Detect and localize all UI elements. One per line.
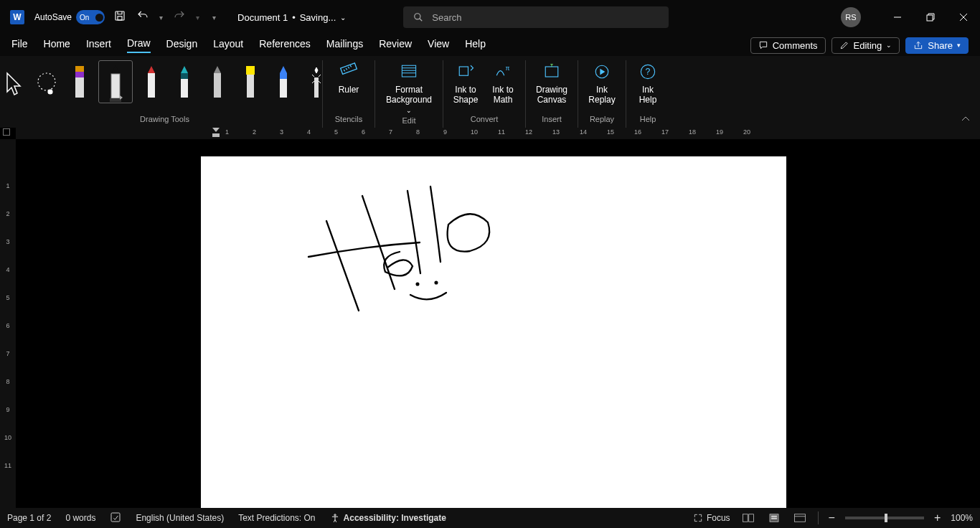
save-icon[interactable] — [113, 9, 126, 25]
tab-layout[interactable]: Layout — [213, 38, 243, 52]
pen-red[interactable] — [137, 60, 166, 100]
accessibility-status[interactable]: Accessibility: Investigate — [330, 513, 446, 523]
svg-rect-42 — [743, 514, 748, 522]
comments-button[interactable]: Comments — [750, 37, 826, 54]
ruler-tick: 6 — [362, 128, 365, 136]
svg-rect-7 — [75, 72, 84, 77]
collapse-ribbon-icon[interactable] — [960, 113, 971, 128]
tab-insert[interactable]: Insert — [86, 38, 111, 52]
ink-replay-button[interactable]: InkReplay — [584, 60, 620, 106]
close-button[interactable] — [947, 0, 980, 34]
vruler-tick: 7 — [0, 350, 16, 357]
ink-canvas[interactable] — [201, 156, 786, 508]
language-indicator[interactable]: English (United States) — [136, 513, 224, 523]
search-input[interactable]: Search — [403, 6, 669, 28]
text-predictions[interactable]: Text Predictions: On — [238, 513, 315, 523]
zoom-level[interactable]: 100% — [951, 513, 973, 523]
tab-selector[interactable] — [3, 128, 10, 136]
horizontal-ruler[interactable]: 1234567891011121314151617181920 — [0, 128, 980, 139]
group-stencils-label: Stencils — [335, 115, 363, 128]
ink-help-button[interactable]: ? InkHelp — [632, 60, 664, 106]
share-button[interactable]: Share ▾ — [905, 37, 969, 54]
user-avatar[interactable]: RS — [841, 7, 861, 27]
pencil-grey[interactable] — [203, 60, 232, 100]
qat-customize[interactable]: ▾ — [212, 14, 216, 22]
undo-icon[interactable] — [136, 9, 149, 25]
document-name[interactable]: Document 1 — [237, 12, 288, 23]
tab-mailings[interactable]: Mailings — [326, 38, 363, 52]
l1: Ink to — [492, 85, 513, 95]
tab-home[interactable]: Home — [44, 38, 70, 52]
lasso-tool[interactable] — [32, 60, 61, 100]
l2: Background — [386, 95, 432, 105]
word-count[interactable]: 0 words — [65, 513, 95, 523]
highlighter-yellow[interactable] — [236, 60, 265, 100]
autosave-toggle[interactable]: On — [76, 10, 105, 24]
ink-to-math-button[interactable]: π Ink toMath — [486, 60, 519, 106]
comment-icon — [758, 40, 768, 50]
autosave-state: On — [80, 14, 89, 22]
tab-view[interactable]: View — [428, 38, 449, 52]
status-bar: Page 1 of 2 0 words English (United Stat… — [0, 508, 980, 528]
pen-rainbow[interactable] — [269, 60, 298, 100]
print-layout-icon[interactable] — [766, 512, 782, 524]
minimize-button[interactable] — [881, 0, 914, 34]
docname-dropdown[interactable]: ⌄ — [340, 14, 346, 22]
web-layout-icon[interactable] — [792, 512, 808, 524]
tab-help[interactable]: Help — [465, 38, 486, 52]
ruler-button[interactable]: Ruler — [329, 60, 369, 96]
redo-dropdown[interactable]: ▾ — [196, 14, 199, 22]
spelling-icon[interactable] — [110, 512, 121, 525]
svg-rect-21 — [247, 75, 254, 98]
svg-rect-23 — [280, 73, 287, 79]
zoom-slider[interactable] — [845, 517, 924, 519]
pen-teal[interactable] — [170, 60, 199, 100]
zoom-in[interactable]: + — [934, 512, 941, 524]
save-status: Saving... — [300, 12, 336, 23]
help-icon: ? — [638, 62, 658, 82]
tab-review[interactable]: Review — [379, 38, 412, 52]
restore-button[interactable] — [914, 0, 947, 34]
tab-design[interactable]: Design — [166, 38, 198, 52]
ink-to-shape-button[interactable]: Ink toShape — [449, 60, 482, 106]
svg-rect-1 — [118, 16, 122, 20]
ruler-tick: 3 — [280, 128, 283, 136]
vruler-tick: 6 — [0, 322, 16, 329]
zoom-out[interactable]: − — [829, 512, 835, 524]
focus-mode[interactable]: Focus — [693, 513, 730, 523]
zoom-thumb[interactable] — [885, 514, 887, 522]
redo-icon[interactable] — [173, 9, 186, 25]
format-background-button[interactable]: FormatBackground ⌄ — [381, 60, 437, 116]
vertical-ruler[interactable]: 1234567891011 — [0, 139, 16, 508]
chevron-down-icon: ⌄ — [886, 42, 892, 49]
svg-point-5 — [48, 90, 52, 94]
page[interactable] — [201, 156, 786, 508]
vruler-tick: 4 — [0, 266, 16, 273]
svg-marker-13 — [148, 66, 155, 73]
tab-references[interactable]: References — [259, 38, 311, 52]
eraser-pen[interactable] — [65, 60, 94, 100]
editing-label: Editing — [854, 40, 882, 51]
ruler-tick: 9 — [443, 128, 447, 136]
page-indicator[interactable]: Page 1 of 2 — [7, 513, 51, 523]
editing-mode-button[interactable]: Editing ⌄ — [831, 37, 900, 54]
vruler-tick: 8 — [0, 378, 16, 385]
document-area[interactable] — [16, 139, 980, 508]
svg-marker-32 — [600, 69, 605, 75]
search-placeholder: Search — [432, 12, 461, 23]
l1: Ink to — [455, 85, 476, 95]
svg-rect-10 — [111, 74, 120, 98]
word-app-icon: W — [10, 10, 24, 24]
tab-file[interactable]: File — [11, 38, 28, 52]
ruler-tick: 7 — [389, 128, 392, 136]
read-mode-icon[interactable] — [740, 512, 756, 524]
svg-rect-17 — [181, 79, 188, 98]
undo-dropdown[interactable]: ▾ — [159, 14, 163, 22]
comments-label: Comments — [773, 40, 818, 51]
select-tool[interactable] — [0, 60, 28, 100]
pen-black[interactable] — [98, 60, 133, 103]
drawing-canvas-button[interactable]: DrawingCanvas — [532, 60, 572, 106]
tab-draw[interactable]: Draw — [127, 37, 151, 53]
ruler-tick: 19 — [716, 128, 723, 136]
vruler-tick: 1 — [0, 182, 16, 189]
